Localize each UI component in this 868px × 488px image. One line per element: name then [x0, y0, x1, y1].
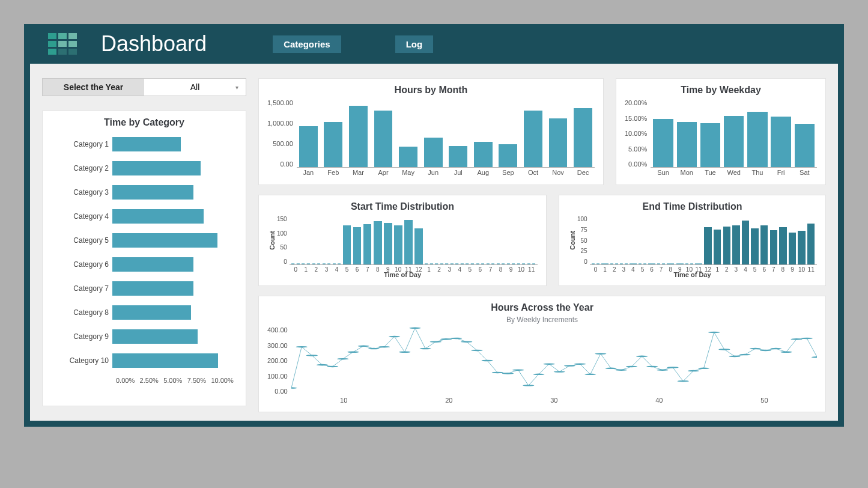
bar-column: 10 — [393, 216, 403, 264]
bar-column: 10 — [797, 216, 807, 264]
bar-column: Aug — [474, 99, 493, 167]
hours-by-month-chart: 1,500.001,000.00500.000.00JanFebMarAprMa… — [267, 99, 595, 177]
axis-tick: 5 — [641, 266, 645, 273]
axis-tick: Jun — [428, 169, 439, 176]
bar-column: 7 — [362, 216, 372, 264]
axis-tick: 4 — [744, 266, 747, 273]
line-series — [291, 328, 817, 388]
bar-column: 11 — [403, 216, 413, 264]
data-point — [512, 369, 524, 371]
log-button[interactable]: Log — [395, 35, 434, 53]
bar — [374, 221, 382, 264]
bar-column: 3 — [619, 216, 628, 264]
data-point — [378, 346, 390, 348]
category-label: Category 7 — [53, 284, 112, 293]
bar-column: May — [399, 99, 417, 167]
bar-column: 2 — [722, 216, 732, 264]
axis-tick: 0.00% — [116, 377, 140, 384]
bar-column: 12 — [703, 216, 713, 264]
axis-tick: 3 — [622, 266, 625, 273]
axis-tick: 2 — [613, 266, 616, 273]
bar-column: 11 — [526, 216, 536, 264]
axis-tick: 30 — [502, 397, 607, 404]
category-label: Category 4 — [53, 212, 112, 221]
data-point — [368, 348, 379, 350]
axis-tick: 10 — [395, 266, 401, 273]
bar-column: 0 — [591, 216, 601, 264]
chart-title: Hours Across the Year — [267, 302, 817, 313]
year-selector-value[interactable]: All ▾ — [144, 79, 246, 96]
categories-button[interactable]: Categories — [273, 35, 341, 53]
axis-tick: 1 — [603, 266, 607, 273]
axis-tick: 8 — [669, 266, 672, 273]
axis-tick: 10 — [686, 266, 693, 273]
zero-marker — [676, 263, 684, 264]
axis-tick: Aug — [478, 169, 490, 176]
hbar-row: Category 8 — [53, 303, 235, 322]
axis-tick: 50 — [712, 397, 817, 404]
bar-column: 11 — [694, 216, 703, 264]
bar-column: Jul — [449, 99, 467, 167]
axis-tick: 20.00% — [625, 99, 647, 106]
axis-tick: 0.00% — [625, 160, 647, 168]
hours-by-month-card: Hours by Month 1,500.001,000.00500.000.0… — [258, 78, 604, 185]
data-point — [491, 372, 503, 374]
bar — [363, 224, 372, 264]
bar-column: 8 — [372, 216, 383, 264]
page-title: Dashboard — [101, 31, 207, 56]
axis-tick: 5 — [469, 266, 472, 273]
zero-marker — [601, 263, 609, 264]
header-bar: Dashboard Categories Log — [30, 24, 838, 64]
data-point — [739, 354, 750, 356]
end-time-card: End Time Distribution Count1007550250012… — [559, 195, 826, 286]
data-point — [667, 367, 678, 368]
data-point — [306, 355, 317, 356]
bar — [779, 227, 786, 264]
axis-tick: 4 — [458, 266, 461, 273]
bar — [798, 231, 805, 264]
axis-tick: Sun — [657, 169, 669, 176]
axis-tick: 8 — [499, 266, 503, 273]
data-point — [729, 356, 740, 358]
data-point — [811, 356, 817, 358]
bar-column: 2 — [610, 216, 619, 264]
axis-tick: 11 — [528, 266, 535, 273]
data-point — [471, 350, 482, 352]
axis-tick: 40 — [607, 397, 712, 404]
bar-column: 8 — [778, 216, 788, 264]
axis-tick: 2.50% — [140, 377, 164, 384]
bar-column: 7 — [485, 216, 496, 264]
bar-column: 9 — [788, 216, 797, 264]
chart-title: End Time Distribution — [568, 201, 817, 212]
bar-column: 2 — [434, 216, 445, 264]
data-point — [677, 380, 688, 382]
data-point — [481, 360, 493, 362]
bar-column: 3 — [445, 216, 455, 264]
year-selector[interactable]: Select the Year All ▾ — [42, 78, 246, 96]
bar — [549, 118, 568, 167]
bar-column: 12 — [413, 216, 423, 264]
data-point — [291, 387, 297, 389]
axis-tick: 9 — [678, 266, 682, 273]
axis-tick: 7.50% — [187, 377, 211, 384]
zero-marker — [497, 263, 505, 264]
data-point — [657, 369, 668, 371]
category-label: Category 10 — [53, 356, 112, 365]
bar-column: 9 — [675, 216, 685, 264]
bar-column: Thu — [747, 99, 767, 167]
bar-column: 4 — [628, 216, 638, 264]
category-label: Category 8 — [53, 308, 112, 317]
data-point — [553, 371, 565, 373]
bar-column: 6 — [475, 216, 485, 264]
axis-tick: 0.00 — [267, 160, 293, 168]
bar — [700, 123, 720, 167]
bar — [724, 116, 744, 167]
bar-column: 7 — [769, 216, 778, 264]
axis-tick: 5 — [753, 266, 757, 273]
bar-column: 4 — [332, 216, 342, 264]
year-selector-label: Select the Year — [43, 79, 144, 96]
data-point — [749, 348, 760, 350]
bar — [474, 142, 493, 167]
bar — [771, 117, 791, 167]
bar-column: Sep — [499, 99, 517, 167]
